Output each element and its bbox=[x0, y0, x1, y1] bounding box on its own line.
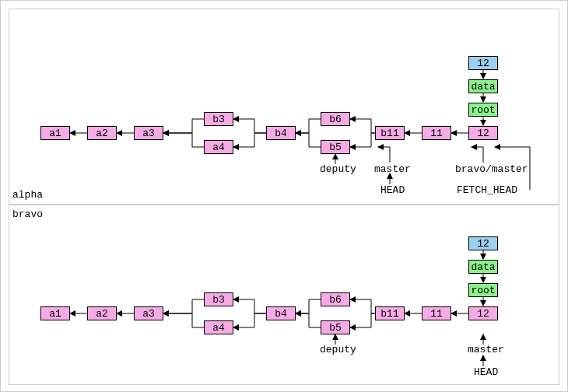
commit-b6: b6 bbox=[321, 112, 350, 126]
commit-b3: b3 bbox=[204, 112, 233, 126]
tree-root-b: root bbox=[468, 283, 498, 297]
tree-data: data bbox=[468, 79, 498, 93]
diagram: alpha bbox=[0, 0, 568, 392]
commit-b11: b11 bbox=[375, 126, 405, 140]
label-fetch-head: FETCH_HEAD bbox=[457, 184, 517, 196]
commit-a3: a3 bbox=[134, 126, 163, 140]
tree-data-b: data bbox=[468, 260, 498, 274]
panel-alpha: alpha bbox=[9, 9, 559, 205]
label-head: HEAD bbox=[380, 184, 405, 196]
panel-bravo-label: bravo bbox=[12, 208, 43, 220]
label-head-b: HEAD bbox=[474, 366, 498, 378]
commit-a2: a2 bbox=[87, 126, 117, 140]
label-deputy: deputy bbox=[320, 163, 356, 175]
commit-a1-b: a1 bbox=[40, 306, 70, 320]
commit-a2-b: a2 bbox=[87, 306, 117, 320]
panel-bravo: bravo a1 bbox=[9, 205, 559, 385]
panel-alpha-label: alpha bbox=[12, 189, 43, 201]
tree-root: root bbox=[468, 103, 498, 117]
commit-b11-b: b11 bbox=[375, 306, 405, 320]
commit-12-b: 12 bbox=[468, 306, 498, 320]
label-master: master bbox=[374, 163, 411, 175]
commit-a4-b: a4 bbox=[204, 320, 233, 334]
commit-11-b: 11 bbox=[422, 306, 451, 320]
commit-b3-b: b3 bbox=[204, 292, 233, 306]
commit-11: 11 bbox=[422, 126, 451, 140]
commit-a3-b: a3 bbox=[134, 306, 163, 320]
commit-b4-b: b4 bbox=[266, 306, 296, 320]
commit-b6-b: b6 bbox=[321, 292, 350, 306]
blob-12-b: 12 bbox=[468, 236, 498, 250]
commit-b4: b4 bbox=[266, 126, 296, 140]
commit-a4: a4 bbox=[204, 140, 233, 154]
label-bravo-master: bravo/master bbox=[455, 163, 528, 175]
label-master-b: master bbox=[468, 344, 504, 355]
commit-b5: b5 bbox=[321, 140, 350, 154]
label-deputy-b: deputy bbox=[320, 344, 356, 355]
commit-a1: a1 bbox=[40, 126, 70, 140]
blob-12: 12 bbox=[468, 56, 498, 70]
commit-b5-b: b5 bbox=[321, 320, 350, 334]
commit-12: 12 bbox=[468, 126, 498, 140]
